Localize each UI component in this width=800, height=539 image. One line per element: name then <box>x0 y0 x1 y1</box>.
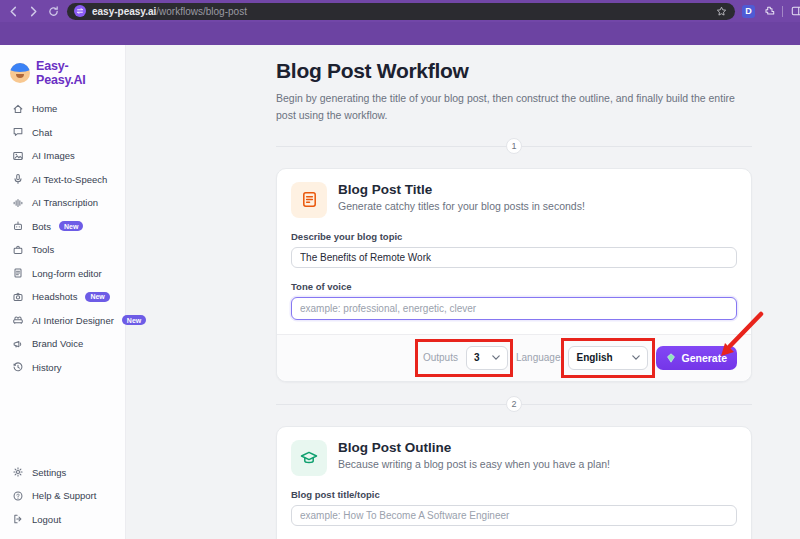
sidebar-item-label: AI Images <box>32 150 75 161</box>
sidebar-bottom-nav: Settings Help & Support Logout <box>0 461 125 532</box>
forward-icon[interactable] <box>27 5 40 18</box>
image-icon <box>12 150 24 162</box>
gear-icon <box>12 466 24 478</box>
sidebar-item-settings[interactable]: Settings <box>0 461 125 485</box>
outputs-label: Outputs <box>423 352 458 363</box>
sidebar-item-label: Help & Support <box>32 490 96 501</box>
home-icon <box>12 103 24 115</box>
address-bar[interactable]: easy-peasy.ai/workflows/blog-post <box>67 3 735 20</box>
toolbar-separator <box>782 6 783 17</box>
generate-label: Generate <box>681 352 727 364</box>
generate-button[interactable]: Generate <box>656 346 737 370</box>
extensions-puzzle-icon[interactable] <box>762 5 775 18</box>
megaphone-icon <box>12 338 24 350</box>
sidebar-item-label: Bots <box>32 221 51 232</box>
toolbar-right-icons: D <box>742 5 800 18</box>
sidebar-item-label: Tools <box>32 244 54 255</box>
document-icon <box>12 267 24 279</box>
step-divider-1: 1 <box>276 138 752 154</box>
tone-of-voice-input[interactable] <box>291 297 737 320</box>
sidebar: Easy-Peasy.AI Home Chat AI Images AI Tex… <box>0 45 126 539</box>
outputs-select[interactable]: 3 <box>466 346 508 370</box>
tone-of-voice-label: Tone of voice <box>291 281 737 292</box>
reload-icon[interactable] <box>47 5 60 18</box>
logout-icon <box>12 513 24 525</box>
sidebar-item-label: AI Interior Designer <box>32 315 114 326</box>
sidebar-item-logout[interactable]: Logout <box>0 508 125 532</box>
language-select[interactable]: English <box>568 346 648 370</box>
sidebar-item-ai-interior-designer[interactable]: AI Interior DesignerNew <box>0 309 125 333</box>
browser-toolbar: easy-peasy.ai/workflows/blog-post D <box>0 0 800 22</box>
sidebar-item-label: Logout <box>32 514 61 525</box>
camera-icon <box>12 291 24 303</box>
sidebar-item-label: Brand Voice <box>32 338 83 349</box>
sofa-icon <box>12 314 24 326</box>
card-title: Blog Post Outline <box>338 440 610 455</box>
history-icon <box>12 361 24 373</box>
brand-name: Easy-Peasy.AI <box>36 59 115 87</box>
new-badge: New <box>59 221 83 231</box>
blog-post-title-icon <box>291 182 327 218</box>
screen: easy-peasy.ai/workflows/blog-post D Easy… <box>0 0 800 539</box>
back-icon[interactable] <box>7 5 20 18</box>
page-description: Begin by generating the title of your bl… <box>276 90 746 124</box>
blog-topic-input[interactable] <box>291 247 737 268</box>
side-panel-icon[interactable] <box>790 5 800 18</box>
card-subtitle: Generate catchy titles for your blog pos… <box>338 200 585 212</box>
sidebar-item-brand-voice[interactable]: Brand Voice <box>0 332 125 356</box>
card-footer: Outputs 3 Language English <box>277 334 751 381</box>
bookmark-star-icon[interactable] <box>715 5 728 18</box>
brand-avatar <box>10 63 30 83</box>
theme-band <box>0 22 800 45</box>
sidebar-item-headshots[interactable]: HeadshotsNew <box>0 285 125 309</box>
sidebar-nav: Home Chat AI Images AI Text-to-Speech AI… <box>0 97 125 379</box>
new-badge: New <box>85 292 109 302</box>
sidebar-item-long-form-editor[interactable]: Long-form editor <box>0 262 125 286</box>
card-title: Blog Post Title <box>338 182 585 197</box>
sidebar-item-home[interactable]: Home <box>0 97 125 121</box>
url-domain: easy-peasy.ai <box>92 6 156 17</box>
briefcase-icon <box>12 244 24 256</box>
sidebar-item-label: Long-form editor <box>32 268 102 279</box>
sidebar-item-label: AI Text-to-Speech <box>32 174 107 185</box>
blog-post-outline-card: Blog Post Outline Because writing a blog… <box>276 426 752 539</box>
chevron-down-icon <box>492 355 500 360</box>
step-divider-2: 2 <box>276 396 752 412</box>
d-extension-icon[interactable]: D <box>742 5 755 18</box>
blog-post-outline-icon <box>291 440 327 476</box>
sidebar-item-ai-images[interactable]: AI Images <box>0 144 125 168</box>
sidebar-item-bots[interactable]: BotsNew <box>0 215 125 239</box>
language-value: English <box>576 352 612 363</box>
url-path: /workflows/blog-post <box>156 6 247 17</box>
sidebar-item-tools[interactable]: Tools <box>0 238 125 262</box>
outline-topic-input[interactable] <box>291 505 737 526</box>
waveform-icon <box>12 197 24 209</box>
card-subtitle: Because writing a blog post is easy when… <box>338 458 610 470</box>
chevron-down-icon <box>632 355 640 360</box>
step-number-1: 1 <box>506 138 522 154</box>
sidebar-item-label: AI Transcription <box>32 197 98 208</box>
microphone-icon <box>12 173 24 185</box>
sidebar-item-label: Settings <box>32 467 66 478</box>
page-title: Blog Post Workflow <box>276 59 752 83</box>
site-info-badge[interactable] <box>74 5 86 17</box>
sidebar-item-label: Home <box>32 103 57 114</box>
blog-post-title-card: Blog Post Title Generate catchy titles f… <box>276 168 752 382</box>
sidebar-item-label: Headshots <box>32 291 77 302</box>
outputs-value: 3 <box>474 352 480 363</box>
chat-icon <box>12 126 24 138</box>
language-group: English <box>568 346 648 370</box>
gem-icon <box>666 353 676 363</box>
sidebar-item-history[interactable]: History <box>0 356 125 380</box>
sidebar-item-chat[interactable]: Chat <box>0 121 125 145</box>
outline-topic-label: Blog post title/topic <box>291 489 737 500</box>
sidebar-item-ai-text-to-speech[interactable]: AI Text-to-Speech <box>0 168 125 192</box>
blog-topic-label: Describe your blog topic <box>291 231 737 242</box>
sidebar-item-ai-transcription[interactable]: AI Transcription <box>0 191 125 215</box>
sidebar-item-help-support[interactable]: Help & Support <box>0 484 125 508</box>
outputs-group: Outputs 3 <box>423 346 508 370</box>
help-icon <box>12 490 24 502</box>
sidebar-item-label: History <box>32 362 62 373</box>
brand[interactable]: Easy-Peasy.AI <box>0 55 125 97</box>
step-number-2: 2 <box>506 396 522 412</box>
